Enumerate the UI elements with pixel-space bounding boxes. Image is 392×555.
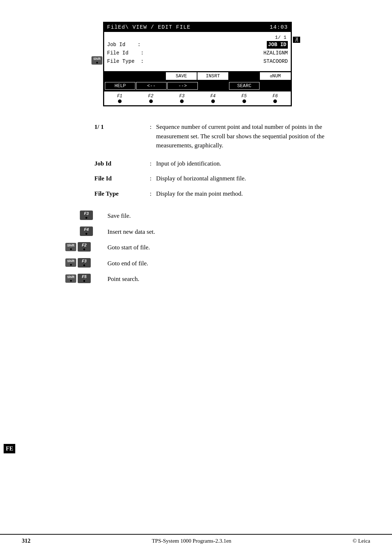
legend-item-shift-f2: Shift F2 Goto start of file. xyxy=(65,242,370,252)
fkey-2[interactable]: F2 xyxy=(135,93,167,104)
fkey-6[interactable]: F6 xyxy=(260,93,291,104)
shift-badge-3: Shift xyxy=(65,274,76,283)
fkey-badge-group-shift-f5: Shift F5 xyxy=(65,274,102,283)
nav-forward[interactable]: --> xyxy=(167,82,198,90)
fkey-3-label: F3 xyxy=(179,94,184,99)
softkey-1[interactable] xyxy=(104,72,134,80)
fkey-badge-group-f4: F4 xyxy=(65,227,102,236)
shift-badge-2: Shift xyxy=(65,258,76,267)
fkey-badge-f4: F4 xyxy=(80,227,93,236)
shift-label-3: Shift xyxy=(67,275,74,279)
job-id-label: Job Id xyxy=(94,158,145,170)
shift-badge-1: Shift xyxy=(65,243,76,251)
fkey-f2-label: F2 xyxy=(82,243,87,247)
shift-label-2: Shift xyxy=(67,259,74,263)
fkey-f4-dot xyxy=(85,232,88,235)
fkey-6-label: F6 xyxy=(273,94,278,99)
description-table: 1/ 1 : Sequence number of current point … xyxy=(94,121,348,200)
fkey-1[interactable]: F1 xyxy=(104,93,135,104)
desc-row-spacer xyxy=(94,152,348,158)
desc-row-sequence: 1/ 1 : Sequence number of current point … xyxy=(94,121,348,152)
fkey-f3-shift-label: F3 xyxy=(82,259,87,263)
legend-text-goto-start: Goto start of file. xyxy=(107,242,150,252)
desc-row-file-id: File Id : Display of horizontal alignmen… xyxy=(94,172,348,185)
shift-label: Shift xyxy=(93,57,101,61)
job-id-text: Input of job identification. xyxy=(156,158,348,170)
fkey-f2-dot xyxy=(83,248,86,251)
footer-title: TPS-System 1000 Programs-2.3.1en xyxy=(152,538,231,544)
legend-item-f4-insert: F4 Insert new data set. xyxy=(65,227,370,237)
fkey-f3-label: F3 xyxy=(84,211,89,216)
legend-text-insert: Insert new data set. xyxy=(107,227,155,237)
softkey-5[interactable] xyxy=(229,72,259,80)
softkey-alphanum[interactable]: αNUM xyxy=(260,72,291,80)
shift-label-1: Shift xyxy=(67,244,74,247)
file-id-text: Display of horizontal alignment file. xyxy=(156,172,348,185)
nav-search[interactable]: SEARC xyxy=(229,82,260,90)
field-label-file-type: File Type : xyxy=(107,58,144,65)
fkey-5-dot xyxy=(242,99,246,103)
seq-label: 1/ 1 xyxy=(94,121,145,152)
screen-title: FilEd\ VIEW / EDIT FILE xyxy=(107,24,191,30)
legend-text-goto-end: Goto end of file. xyxy=(107,258,148,268)
file-type-colon: : xyxy=(145,188,156,200)
fe-label: FE xyxy=(4,444,15,453)
softkey-row: SAVE INSRT αNUM xyxy=(104,71,291,81)
screen-body: 1/ 1 Job Id : JOB ID File Id : HZALIGNM … xyxy=(104,33,291,71)
fkey-badge-group-f3: F3 xyxy=(65,211,102,220)
legend-item-shift-f3: Shift F3 Goto end of file. xyxy=(65,258,370,268)
fkey-badge-shift-f3: F3 xyxy=(78,258,91,268)
fkey-row: F1 F2 F3 F4 xyxy=(104,91,291,105)
field-value-file-type: STACOORD xyxy=(264,58,288,65)
fkey-f5-label: F5 xyxy=(82,274,87,279)
nav-key-row: HELP <-- --> SEARC xyxy=(104,81,291,91)
fkey-3[interactable]: F3 xyxy=(166,93,197,104)
fkey-f3-dot xyxy=(85,216,88,219)
file-id-colon: : xyxy=(145,172,156,185)
fkey-2-dot xyxy=(149,99,153,103)
fkey-f4-label: F4 xyxy=(84,227,89,232)
screen-field-file-type: File Type : STACOORD xyxy=(107,58,288,65)
fkey-4-dot xyxy=(211,99,215,103)
fkey-3-dot xyxy=(180,99,184,103)
softkey-insrt[interactable]: INSRT xyxy=(197,72,228,80)
legend-item-f3-save: F3 Save file. xyxy=(65,211,370,221)
desc-row-spacer3 xyxy=(94,185,348,188)
desc-row-job-id: Job Id : Input of job identification. xyxy=(94,158,348,170)
legend-item-shift-f5: Shift F5 Point search. xyxy=(65,274,370,284)
nav-empty xyxy=(199,82,228,90)
fkey-2-label: F2 xyxy=(148,94,153,99)
job-id-colon: : xyxy=(145,158,156,170)
fkey-f5-dot xyxy=(83,279,86,282)
nav-help[interactable]: HELP xyxy=(105,82,135,90)
fkey-badge-f3: F3 xyxy=(80,211,93,220)
field-label-job-id: Job Id : xyxy=(107,41,140,49)
screen-time: 14:03 xyxy=(270,24,288,30)
nav-back[interactable]: <-- xyxy=(136,82,167,90)
field-label-file-id: File Id : xyxy=(107,49,144,57)
footer-brand: © Leica xyxy=(353,538,370,544)
file-type-label: File Type xyxy=(94,188,145,200)
fkey-f3-shift-dot xyxy=(83,264,86,267)
screen-title-bar: FilEd\ VIEW / EDIT FILE 14:03 xyxy=(104,23,291,33)
footer-page-number: 312 xyxy=(22,538,30,544)
file-type-text: Display for the main point method. xyxy=(156,188,348,200)
desc-row-file-type: File Type : Display for the main point m… xyxy=(94,188,348,200)
shift-dot-3 xyxy=(70,279,72,282)
fkey-badge-group-shift-f2: Shift F2 xyxy=(65,242,102,252)
legend-text-point-search: Point search. xyxy=(107,274,139,284)
shift-key-badge[interactable]: Shift xyxy=(91,56,102,65)
page-counter: 1/ 1 xyxy=(107,35,288,40)
legend-text-save: Save file. xyxy=(107,211,131,221)
shift-dot xyxy=(96,61,98,64)
fkey-badge-group-shift-f3: Shift F3 xyxy=(65,258,102,268)
fkey-6-dot xyxy=(273,99,277,103)
softkey-save[interactable]: SAVE xyxy=(166,72,197,80)
field-value-file-id: HZALIGNM xyxy=(264,49,288,57)
fkey-5-label: F5 xyxy=(241,94,246,99)
softkey-2[interactable] xyxy=(135,72,165,80)
fkey-5[interactable]: F5 xyxy=(229,93,260,104)
fkey-4[interactable]: F4 xyxy=(197,93,229,104)
screen-field-file-id: File Id : HZALIGNM xyxy=(107,49,288,57)
page-footer: 312 TPS-System 1000 Programs-2.3.1en © L… xyxy=(0,534,392,544)
